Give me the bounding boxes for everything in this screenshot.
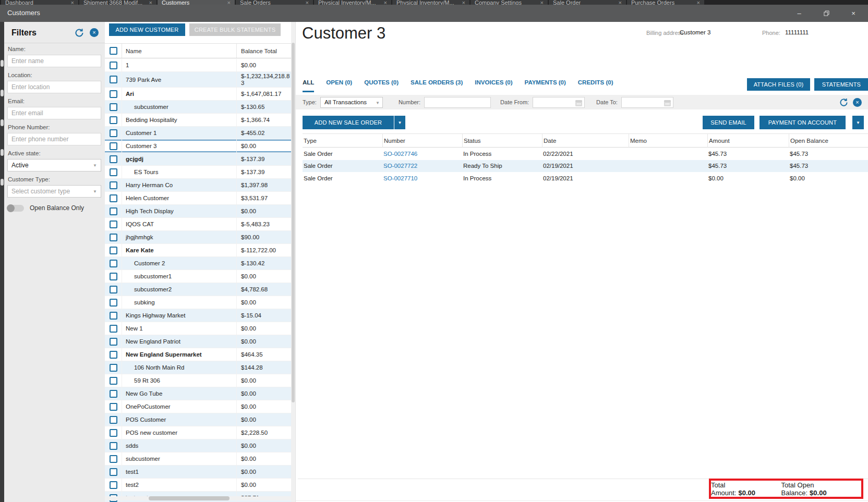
row-checkbox[interactable] [110, 116, 117, 124]
row-checkbox[interactable] [110, 351, 117, 359]
row-checkbox[interactable] [110, 364, 117, 372]
row-checkbox[interactable] [110, 390, 117, 398]
transaction-tab[interactable]: INVOICES (0) [475, 79, 512, 92]
browser-tab[interactable]: Sale Order × [549, 0, 626, 5]
create-bulk-statements-button[interactable]: CREATE BULK STATEMENTS [189, 23, 281, 36]
row-checkbox[interactable] [110, 168, 117, 176]
balance-column-header[interactable]: Balance Total [236, 44, 291, 58]
filters-close-icon[interactable]: × [90, 28, 99, 37]
customer-row[interactable]: sdds $0.00 [105, 439, 291, 452]
customer-row[interactable]: IQOS CAT $-5,483.23 [105, 218, 291, 231]
horizontal-scrollbar[interactable] [105, 496, 291, 500]
type-filter-select[interactable]: All Transactions ▼ [320, 97, 383, 108]
open-balance-toggle[interactable] [7, 205, 24, 212]
column-header[interactable]: Type [303, 133, 382, 148]
browser-tab[interactable]: Sale Orders × [236, 0, 313, 5]
transaction-number-link[interactable]: SO-0027746 [382, 148, 462, 160]
customer-row[interactable]: test1 $0.00 [105, 466, 291, 479]
close-button[interactable]: × [840, 5, 867, 22]
browser-tab[interactable]: Physical Inventory/M... × [314, 0, 391, 5]
name-column-header[interactable]: Name [122, 44, 236, 58]
customer-row[interactable]: jhgjhmhgk $90.00 [105, 231, 291, 244]
transaction-tab[interactable]: OPEN (0) [326, 79, 352, 92]
payment-dropdown-button[interactable]: ▼ [852, 116, 864, 129]
row-checkbox[interactable] [110, 90, 117, 98]
customer-row[interactable]: New England Supermarket $464.35 [105, 348, 291, 361]
customer-row[interactable]: ES Tours $-137.39 [105, 166, 291, 179]
customer-row[interactable]: subcustomer $-130.65 [105, 101, 291, 114]
customer-row[interactable]: subking $0.00 [105, 296, 291, 309]
calendar-icon[interactable] [575, 99, 583, 107]
row-checkbox[interactable] [110, 338, 117, 346]
add-new-customer-button[interactable]: ADD NEW CUSTOMER [109, 23, 185, 36]
attach-files-button[interactable]: ATTACH FILES (0) [747, 78, 810, 91]
row-checkbox[interactable] [110, 403, 117, 411]
date-from-input[interactable] [533, 97, 585, 108]
tab-close-icon[interactable]: × [540, 0, 544, 5]
date-to-input[interactable] [621, 97, 673, 108]
row-checkbox[interactable] [110, 234, 117, 241]
payment-on-account-button[interactable]: PAYMENT ON ACCOUNT [760, 116, 846, 129]
tab-close-icon[interactable]: × [71, 0, 74, 5]
transaction-tab[interactable]: SALE ORDERS (3) [411, 79, 463, 92]
customer-row[interactable]: Customer 3 $0.00 [105, 140, 291, 153]
column-header[interactable]: Amount [707, 133, 789, 148]
transaction-tab[interactable]: ALL [303, 79, 314, 92]
browser-tab[interactable]: Shipment 3668 Modif... × [79, 0, 156, 5]
customer-row[interactable]: Kings Highway Market $-15.04 [105, 309, 291, 322]
refresh-icon[interactable] [839, 98, 848, 107]
row-checkbox[interactable] [110, 260, 117, 267]
email-filter-input[interactable] [7, 107, 101, 119]
row-checkbox[interactable] [110, 286, 117, 293]
customer-row[interactable]: Helen Customer $3,531.97 [105, 192, 291, 205]
row-checkbox[interactable] [110, 273, 117, 280]
phone-filter-input[interactable] [7, 133, 101, 145]
select-all-checkbox[interactable] [110, 47, 117, 55]
row-checkbox[interactable] [110, 76, 117, 83]
tab-close-icon[interactable]: × [619, 0, 622, 5]
number-filter-input[interactable] [424, 97, 491, 108]
row-checkbox[interactable] [110, 181, 117, 189]
minimize-button[interactable]: – [786, 5, 813, 22]
row-checkbox[interactable] [110, 429, 117, 437]
customer-row[interactable]: New Go Tube $0.00 [105, 387, 291, 400]
customer-row[interactable]: POS Customer $0.00 [105, 413, 291, 426]
location-filter-input[interactable] [7, 81, 101, 93]
refresh-icon[interactable] [75, 28, 84, 38]
column-header[interactable]: Memo [629, 133, 707, 148]
tab-close-icon[interactable]: × [227, 0, 231, 5]
browser-tab[interactable]: Dashboard × [1, 0, 78, 5]
customer-row[interactable]: test2 $0.00 [105, 479, 291, 492]
row-checkbox[interactable] [110, 312, 117, 320]
row-checkbox[interactable] [110, 442, 117, 450]
active-state-select[interactable]: Active ▼ [7, 159, 101, 172]
tab-close-icon[interactable]: × [384, 0, 387, 5]
browser-tab[interactable]: Customers × [158, 0, 235, 5]
vertical-scrollbar[interactable] [291, 22, 295, 502]
transaction-tab[interactable]: PAYMENTS (0) [525, 79, 566, 92]
row-checkbox[interactable] [110, 481, 117, 489]
customer-row[interactable]: 59 Rt 306 $0.00 [105, 374, 291, 387]
customer-row[interactable]: Ari $-1,647,081.17 [105, 88, 291, 101]
customer-row[interactable]: Bedding Hospitality $-1,366.74 [105, 114, 291, 127]
tab-close-icon[interactable]: × [306, 0, 309, 5]
customer-row[interactable]: Customer 1 $-455.02 [105, 127, 291, 140]
customer-type-select[interactable]: Select customer type ▼ [7, 185, 101, 198]
customer-row[interactable]: Harry Herman Co $1,397.98 [105, 179, 291, 192]
tab-close-icon[interactable]: × [462, 0, 465, 5]
row-checkbox[interactable] [110, 103, 117, 111]
row-checkbox[interactable] [110, 468, 117, 476]
tab-close-icon[interactable]: × [149, 0, 152, 5]
transaction-row[interactable]: Sale Order SO-0027710 In Process 02/19/2… [303, 172, 868, 185]
customer-row[interactable]: 106 North Main Rd $144.28 [105, 361, 291, 374]
calendar-icon[interactable] [664, 99, 671, 107]
name-filter-input[interactable] [7, 55, 101, 67]
send-email-button[interactable]: SEND EMAIL [703, 116, 754, 129]
add-new-sale-order-button[interactable]: ADD NEW SALE ORDER [303, 116, 394, 129]
customer-row[interactable]: POS new customer $2,228.50 [105, 426, 291, 439]
transaction-row[interactable]: Sale Order SO-0027722 Ready To Ship 02/1… [303, 160, 868, 173]
customer-row[interactable]: New 1 $0.00 [105, 322, 291, 335]
customer-row[interactable]: New England Patriot $0.00 [105, 335, 291, 348]
row-checkbox[interactable] [110, 142, 117, 150]
customer-row[interactable]: 1 $0.00 [105, 59, 291, 72]
